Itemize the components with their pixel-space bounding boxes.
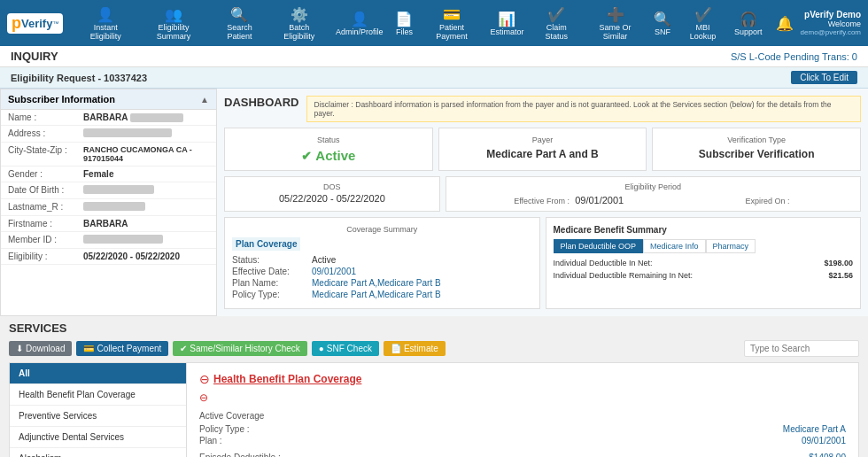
subscriber-panel: Subscriber Information ▲ Name : BARBARA … xyxy=(0,89,217,316)
snf-check-button[interactable]: ● SNF Check xyxy=(312,341,379,356)
nav-item-search-patient[interactable]: 🔍 Search Patient xyxy=(210,4,269,43)
nav-label: Support xyxy=(734,27,763,36)
coverage-summary-label: Coverage Summary xyxy=(232,225,532,234)
nav-item-instant-eligibility[interactable]: 👤 Instant Eligibility xyxy=(74,4,137,43)
nav-label: Instant Eligibility xyxy=(80,23,131,41)
firstname-label: Firstname : xyxy=(8,219,83,228)
member-id-value xyxy=(83,235,163,245)
payer-label: Payer xyxy=(446,136,639,144)
name-value: BARBARA xyxy=(83,112,183,122)
name-label: Name : xyxy=(8,112,83,122)
claim-status-icon: ✔️ xyxy=(547,6,565,23)
service-list-item-all[interactable]: All xyxy=(10,363,186,384)
user-welcome: Welcome xyxy=(801,19,861,28)
nav-label: Same Or Similar xyxy=(589,23,641,41)
status-label: Status xyxy=(232,136,425,144)
individual-ded-in-net-label: Individual Deductible In Net: xyxy=(554,259,653,267)
estimate-button[interactable]: 📄 Estimate xyxy=(384,341,446,356)
logo-area[interactable]: p Verify ™ xyxy=(7,13,63,34)
service-list-item-preventive[interactable]: Preventive Services xyxy=(10,406,186,427)
detail-episode-ded-row: Episode Deductible : $1408.00 xyxy=(199,453,846,457)
nav-item-admin-profile[interactable]: 👤 Admin/Profile xyxy=(329,8,390,39)
collect-payment-button[interactable]: 💳 Collect Payment xyxy=(76,341,168,356)
status-active-text: Active xyxy=(315,148,355,163)
same-similar-label: Same/Similar History Check xyxy=(190,344,299,353)
detail-episode-ded-label: Episode Deductible : xyxy=(199,453,281,457)
snf-icon: 🔍 xyxy=(654,11,671,27)
detail-policy-type-value-1: Medicare Part A xyxy=(783,424,846,434)
logo-tm: ™ xyxy=(52,20,58,27)
nav-item-claim-status[interactable]: ✔️ Claim Status xyxy=(530,4,583,43)
cov-status-value: Active xyxy=(312,255,336,265)
cov-policy-row: Policy Type: Medicare Part A,Medicare Pa… xyxy=(232,290,532,299)
nav-item-eligibility-summary[interactable]: 👥 Eligibility Summary xyxy=(137,4,210,43)
individual-ded-in-net-row: Individual Deductible In Net: $198.00 xyxy=(554,259,854,267)
detail-plan-value-1: 09/01/2001 xyxy=(802,436,846,445)
service-list-item-health-benefit[interactable]: Health Benefit Plan Coverage xyxy=(10,384,186,406)
medicare-benefit-box: Medicare Benefit Summary Plan Deductible… xyxy=(546,217,862,309)
nav-item-files[interactable]: 📄 Files xyxy=(389,8,419,39)
support-icon: 🎧 xyxy=(740,11,757,27)
detail-policy-type-row-1: Policy Type : Medicare Part A xyxy=(199,424,846,434)
mbi-lookup-icon: ✔️ xyxy=(694,6,712,23)
plan-deductible-oop-tab[interactable]: Plan Deductible OOP xyxy=(554,239,644,253)
nav-label: Batch Eligibility xyxy=(275,23,323,41)
disclaimer-text: Disclaimer : Dashboard information is pa… xyxy=(314,100,832,118)
eligibility-row: Eligibility : 05/22/2020 - 05/22/2020 xyxy=(1,249,216,265)
collapse-icon[interactable]: ▲ xyxy=(200,95,209,105)
medicare-info-tab[interactable]: Medicare Info xyxy=(643,239,706,253)
gender-row: Gender : Female xyxy=(1,167,216,182)
same-similar-history-button[interactable]: ✔ Same/Similar History Check xyxy=(173,341,306,356)
service-detail: ⊖ Health Benefit Plan Coverage ⊖ Active … xyxy=(187,363,858,457)
member-id-row: Member ID : xyxy=(1,232,216,249)
eligibility-request-id: Eligibility Request - 10337423 xyxy=(11,73,147,83)
detail-section-1: Policy Type : Medicare Part A Plan : 09/… xyxy=(199,424,846,445)
nav-label: MBI Lookup xyxy=(684,23,722,41)
detail-section-2: Episode Deductible : $1408.00 Policy Typ… xyxy=(199,453,846,457)
download-button[interactable]: ⬇ Download xyxy=(9,341,72,356)
service-content: All Health Benefit Plan Coverage Prevent… xyxy=(9,362,859,457)
main-content: Subscriber Information ▲ Name : BARBARA … xyxy=(0,89,868,316)
firstname-value: BARBARA xyxy=(83,219,128,228)
effective-from-label: Effective From : xyxy=(514,197,570,205)
download-label: Download xyxy=(26,344,65,353)
address-label: Address : xyxy=(8,128,83,139)
eligibility-label: Eligibility : xyxy=(8,252,83,261)
individual-ded-remaining-value: $21.56 xyxy=(828,271,853,280)
same-similar-check-icon: ✔ xyxy=(180,344,187,353)
nav-item-support[interactable]: 🎧 Support xyxy=(728,8,769,39)
subscriber-name-row: Name : BARBARA xyxy=(1,110,216,126)
files-icon: 📄 xyxy=(395,11,413,27)
nav-label: Patient Payment xyxy=(425,23,477,41)
detail-subtitle-icon: ⊖ xyxy=(199,391,208,404)
user-info: pVerify Demo Welcome demo@pverify.com xyxy=(801,10,861,36)
individual-ded-remaining-row: Individual Deductible Remaining In Net: … xyxy=(554,271,854,280)
active-coverage-label: Active Coverage xyxy=(199,411,846,421)
nav-item-mbi-lookup[interactable]: ✔️ MBI Lookup xyxy=(678,4,728,43)
city-state-label: City-State-Zip : xyxy=(8,145,83,163)
cov-plan-row: Plan Name: Medicare Part A,Medicare Part… xyxy=(232,278,532,288)
service-search-input[interactable] xyxy=(744,340,859,357)
pharmacy-tab[interactable]: Pharmacy xyxy=(706,239,756,253)
nav-item-batch-eligibility[interactable]: ⚙️ Batch Eligibility xyxy=(269,4,329,43)
notification-bell-icon[interactable]: 🔔 xyxy=(776,15,794,32)
detail-minus-circle-icon: ⊖ xyxy=(199,372,210,386)
ss-lcode-pending: S/S L-Code Pending Trans: 0 xyxy=(731,51,857,62)
cov-effective-value: 09/01/2001 xyxy=(312,267,356,276)
service-list-item-alcoholism[interactable]: Alcoholism xyxy=(10,448,186,457)
lastname-label: Lastname_R : xyxy=(8,202,83,213)
service-list-item-adjunctive-dental[interactable]: Adjunctive Dental Services xyxy=(10,427,186,448)
logo-box: p Verify ™ xyxy=(7,13,63,34)
nav-item-patient-payment[interactable]: 💳 Patient Payment xyxy=(419,4,484,43)
nav-item-snf[interactable]: 🔍 SNF xyxy=(647,8,678,39)
cov-status-row: Status: Active xyxy=(232,255,532,265)
click-to-edit-button[interactable]: Click To Edit xyxy=(791,71,857,84)
inquiry-bar: INQUIRY S/S L-Code Pending Trans: 0 xyxy=(0,46,868,67)
nav-item-estimator[interactable]: 📊 Estimator xyxy=(484,8,530,39)
dos-row: DOS 05/22/2020 - 05/22/2020 Eligibility … xyxy=(224,176,861,212)
nav-item-same-or-similar[interactable]: ➕ Same Or Similar xyxy=(583,4,647,43)
dashboard-panel: DASHBOARD Disclaimer : Dashboard informa… xyxy=(217,89,868,316)
expired-on-label: Expired On : xyxy=(745,197,789,205)
cov-policy-value: Medicare Part A,Medicare Part B xyxy=(312,290,441,299)
inquiry-title: INQUIRY xyxy=(11,50,58,63)
